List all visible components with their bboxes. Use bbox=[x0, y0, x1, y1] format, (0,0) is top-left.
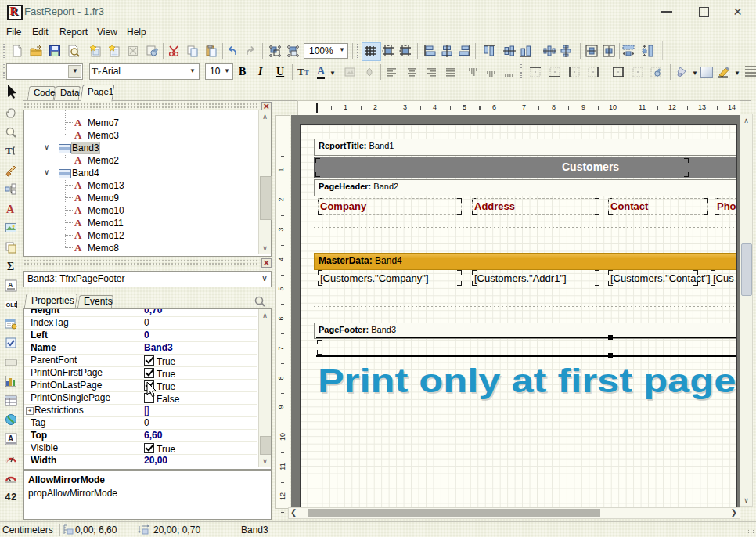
svg-text:42: 42 bbox=[5, 492, 17, 503]
svg-text:A: A bbox=[6, 204, 15, 215]
svg-text:A: A bbox=[8, 281, 13, 289]
svg-text:Σ: Σ bbox=[7, 261, 14, 272]
svg-text:OLE: OLE bbox=[6, 301, 18, 308]
svg-text:T: T bbox=[5, 145, 13, 157]
svg-text:A: A bbox=[8, 434, 13, 443]
